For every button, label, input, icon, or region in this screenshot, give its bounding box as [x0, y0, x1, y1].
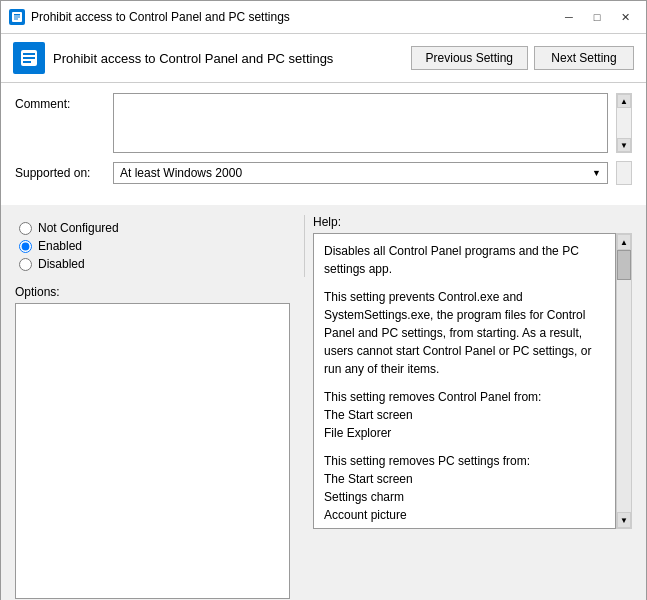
window-icon	[9, 9, 25, 25]
comment-scrollbar: ▲ ▼	[616, 93, 632, 153]
radio-section: Not Configured Enabled Disabled	[15, 215, 305, 277]
radio-disabled[interactable]: Disabled	[19, 257, 304, 271]
header-bar: Prohibit access to Control Panel and PC …	[1, 34, 646, 83]
title-bar: Prohibit access to Control Panel and PC …	[1, 1, 646, 34]
radio-enabled[interactable]: Enabled	[19, 239, 304, 253]
svg-rect-1	[14, 14, 20, 16]
supported-value: At least Windows 2000	[120, 166, 242, 180]
help-scrollbar: ▲ ▼	[616, 233, 632, 529]
radio-not-configured-input[interactable]	[19, 222, 32, 235]
scroll-up-arrow[interactable]: ▲	[617, 94, 631, 108]
svg-rect-5	[23, 53, 35, 55]
main-window: Prohibit access to Control Panel and PC …	[0, 0, 647, 600]
supported-row: Supported on: At least Windows 2000 ▼	[15, 161, 632, 185]
help-scroll-track	[617, 250, 631, 512]
radio-not-configured[interactable]: Not Configured	[19, 221, 304, 235]
comment-label: Comment:	[15, 93, 105, 111]
content-area: Comment: ▲ ▼ Supported on: At least Wind…	[1, 83, 646, 205]
scroll-down-arrow[interactable]: ▼	[617, 138, 631, 152]
radio-disabled-label: Disabled	[38, 257, 85, 271]
two-pane: Not Configured Enabled Disabled Options:…	[1, 205, 646, 600]
help-para-3: This setting removes Control Panel from:…	[324, 388, 605, 442]
supported-dropdown-arrow: ▼	[592, 168, 601, 178]
supported-label: Supported on:	[15, 166, 105, 180]
title-bar-text: Prohibit access to Control Panel and PC …	[31, 10, 550, 24]
help-para-2: This setting prevents Control.exe and Sy…	[324, 288, 605, 378]
radio-not-configured-label: Not Configured	[38, 221, 119, 235]
svg-rect-6	[23, 57, 35, 59]
next-setting-button[interactable]: Next Setting	[534, 46, 634, 70]
header-buttons: Previous Setting Next Setting	[411, 46, 634, 70]
header-title: Prohibit access to Control Panel and PC …	[53, 51, 403, 66]
help-box-wrapper: Disables all Control Panel programs and …	[313, 233, 632, 529]
radio-disabled-input[interactable]	[19, 258, 32, 271]
svg-rect-3	[14, 19, 18, 20]
close-button[interactable]: ✕	[612, 7, 638, 27]
right-pane: Help: Disables all Control Panel program…	[313, 215, 632, 599]
svg-rect-7	[23, 61, 31, 63]
svg-rect-2	[14, 17, 20, 18]
options-label: Options:	[15, 285, 305, 299]
previous-setting-button[interactable]: Previous Setting	[411, 46, 528, 70]
help-para-4: This setting removes PC settings from:Th…	[324, 452, 605, 529]
comment-row: Comment: ▲ ▼	[15, 93, 632, 153]
help-scroll-up[interactable]: ▲	[617, 234, 631, 250]
radio-enabled-label: Enabled	[38, 239, 82, 253]
options-box	[15, 303, 290, 599]
supported-scrollbar	[616, 161, 632, 185]
help-box: Disables all Control Panel programs and …	[313, 233, 616, 529]
title-bar-controls: ─ □ ✕	[556, 7, 638, 27]
minimize-button[interactable]: ─	[556, 7, 582, 27]
help-scroll-thumb[interactable]	[617, 250, 631, 280]
comment-textarea[interactable]	[113, 93, 608, 153]
radio-enabled-input[interactable]	[19, 240, 32, 253]
header-icon	[13, 42, 45, 74]
left-pane: Not Configured Enabled Disabled Options:	[15, 215, 305, 599]
maximize-button[interactable]: □	[584, 7, 610, 27]
help-label: Help:	[313, 215, 632, 229]
help-para-1: Disables all Control Panel programs and …	[324, 242, 605, 278]
help-scroll-down[interactable]: ▼	[617, 512, 631, 528]
supported-value-box: At least Windows 2000 ▼	[113, 162, 608, 184]
